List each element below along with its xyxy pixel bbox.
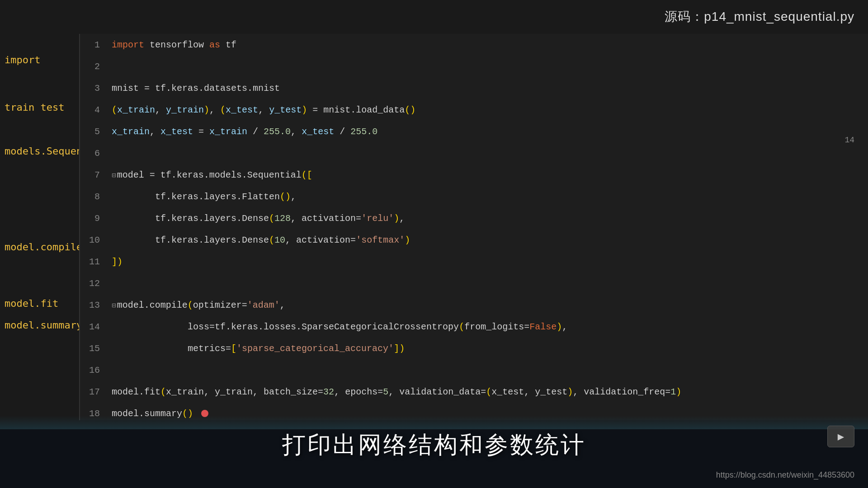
line-content-9: tf.keras.layers.Dense(128, activation='r…	[107, 213, 868, 224]
annotation-model-summary: model.summary	[5, 319, 82, 331]
line-content-3: mnist = tf.keras.datasets.mnist	[107, 83, 868, 94]
subtitle: 打印出网络结构和参数统计	[0, 429, 868, 461]
line-number-10: 10	[80, 235, 107, 245]
play-icon: ▶	[838, 430, 844, 443]
line-number-16: 16	[80, 365, 107, 375]
play-button[interactable]: ▶	[827, 426, 854, 447]
code-line-3: 3 mnist = tf.keras.datasets.mnist	[80, 77, 868, 99]
line-content-15: metrics=['sparse_categorical_accuracy'])	[107, 343, 868, 354]
code-line-2: 2	[80, 56, 868, 77]
code-line-5: 5 x_train, x_test = x_train / 255.0, x_t…	[80, 121, 868, 142]
bottom-wave	[0, 416, 868, 429]
line-content-10: tf.keras.layers.Dense(10, activation='so…	[107, 235, 868, 245]
annotation-import: import	[5, 54, 40, 66]
code-line-7: 7 ⊟model = tf.keras.models.Sequential([	[80, 164, 868, 186]
line-content-8: tf.keras.layers.Flatten(),	[107, 192, 868, 202]
code-line-14: 14 loss=tf.keras.losses.SparseCategorica…	[80, 316, 868, 338]
line-number-13: 13	[80, 300, 107, 310]
line-content-11: ])	[107, 257, 868, 267]
code-line-16: 16	[80, 359, 868, 381]
page-number: 14	[844, 136, 854, 145]
line-content-14: loss=tf.keras.losses.SparseCategoricalCr…	[107, 322, 868, 332]
line-number-4: 4	[80, 105, 107, 115]
code-line-12: 12	[80, 272, 868, 294]
annotation-model-compile: model.compile	[5, 241, 82, 253]
line-number-11: 11	[80, 257, 107, 267]
line-content-5: x_train, x_test = x_train / 255.0, x_tes…	[107, 127, 868, 137]
line-content-4: (x_train, y_train), (x_test, y_test) = m…	[107, 105, 868, 115]
line-content-17: model.fit(x_train, y_train, batch_size=3…	[107, 387, 868, 397]
line-number-7: 7	[80, 170, 107, 180]
code-line-10: 10 tf.keras.layers.Dense(10, activation=…	[80, 229, 868, 251]
code-line-15: 15 metrics=['sparse_categorical_accuracy…	[80, 338, 868, 359]
line-number-2: 2	[80, 61, 107, 72]
source-label: 源码：p14_mnist_sequential.py	[665, 8, 854, 25]
line-number-9: 9	[80, 213, 107, 224]
line-number-15: 15	[80, 343, 107, 354]
line-number-17: 17	[80, 387, 107, 397]
annotation-train-test: train test	[5, 102, 64, 113]
code-line-8: 8 tf.keras.layers.Flatten(),	[80, 186, 868, 207]
code-line-17: 17 model.fit(x_train, y_train, batch_siz…	[80, 381, 868, 403]
line-number-3: 3	[80, 83, 107, 94]
code-line-9: 9 tf.keras.layers.Dense(128, activation=…	[80, 207, 868, 229]
line-content-7: ⊟model = tf.keras.models.Sequential([	[107, 170, 868, 180]
line-number-1: 1	[80, 40, 107, 50]
code-panel: 1 import tensorflow as tf 2 3 mnist = tf…	[79, 34, 868, 420]
code-line-11: 11 ])	[80, 251, 868, 272]
line-number-8: 8	[80, 192, 107, 202]
line-number-6: 6	[80, 148, 107, 159]
line-content-1: import tensorflow as tf	[107, 40, 868, 50]
annotation-model-fit: model.fit	[5, 298, 58, 309]
bottom-url: https://blog.csdn.net/weixin_44853600	[716, 470, 854, 480]
line-number-14: 14	[80, 322, 107, 332]
code-line-4: 4 (x_train, y_train), (x_test, y_test) =…	[80, 99, 868, 121]
code-line-13: 13 ⊟model.compile(optimizer='adam',	[80, 294, 868, 316]
line-content-13: ⊟model.compile(optimizer='adam',	[107, 300, 868, 310]
line-number-5: 5	[80, 127, 107, 137]
code-line-1: 1 import tensorflow as tf	[80, 34, 868, 56]
code-line-6: 6	[80, 142, 868, 164]
line-number-12: 12	[80, 278, 107, 289]
